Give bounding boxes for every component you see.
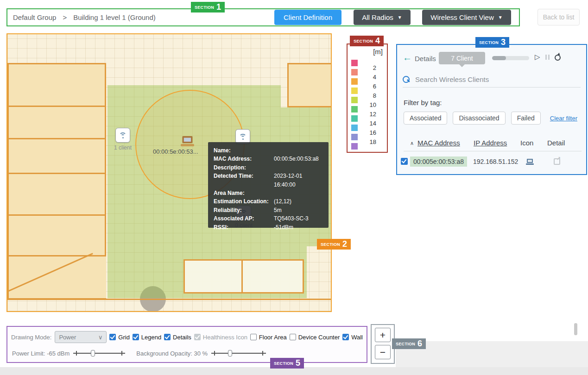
- device-counter-checkbox[interactable]: [290, 334, 296, 340]
- floor-area-checkbox[interactable]: [250, 334, 257, 340]
- checkbox-floor-area[interactable]: Floor Area: [250, 334, 287, 341]
- zoom-in-button[interactable]: +: [375, 328, 391, 342]
- legend-swatch: [351, 125, 358, 131]
- client-count-pointer: [459, 64, 465, 70]
- client-definition-button[interactable]: Client Definition: [274, 10, 341, 25]
- pause-icon[interactable]: [545, 55, 550, 60]
- breadcrumb: Default Group > Building 1 level 1 (Grou…: [13, 13, 156, 21]
- tooltip-label: Associated AP:: [214, 214, 274, 223]
- client-table-row[interactable]: 00:005e:00:53:a8 192.168.51.152 ↗: [400, 155, 582, 169]
- wall-label: Wall: [351, 334, 363, 341]
- wireless-client-view-label: Wireless Client View: [430, 13, 493, 21]
- wireless-client-icon[interactable]: [181, 136, 194, 146]
- details-label[interactable]: Details: [415, 55, 436, 62]
- checkbox-healthiness-icon: Healthiness Icon: [194, 334, 247, 341]
- checkbox-grid[interactable]: Grid: [109, 334, 130, 341]
- floor-room: [241, 259, 304, 294]
- power-limit-slider[interactable]: [73, 350, 125, 357]
- client-details-tooltip: Name: MAC Address:00:00:5e:00:53:a8 Desc…: [208, 142, 329, 228]
- checkbox-legend[interactable]: Legend: [133, 334, 161, 341]
- clear-filter-link[interactable]: Clear filter: [550, 115, 577, 122]
- checkbox-device-counter[interactable]: Device Counter: [290, 334, 340, 341]
- details-checkbox[interactable]: [164, 334, 171, 340]
- open-detail-icon[interactable]: ↗: [554, 158, 560, 165]
- column-mac-address[interactable]: MAC Address: [417, 139, 460, 147]
- sort-asc-icon[interactable]: ∧: [410, 140, 414, 146]
- wireless-clients-panel: ← Details 7 Client ▷ Filter by tag: Asso…: [396, 44, 587, 175]
- toolbar-options-row: Drawing Mode: Power ∨ Grid Legend Detail…: [11, 331, 363, 343]
- back-to-list-button[interactable]: Back to list: [537, 9, 580, 25]
- slider-thumb[interactable]: [228, 350, 232, 356]
- tooltip-label: Description:: [214, 163, 274, 172]
- legend-label: Legend: [141, 334, 161, 341]
- row-mac-address[interactable]: 00:005e:00:53:a8: [410, 156, 467, 167]
- grid-checkbox[interactable]: [109, 334, 116, 340]
- tooltip-value: -51dBm: [274, 223, 323, 231]
- filter-buttons: Associated Disassociated Failed Clear fi…: [404, 112, 577, 125]
- all-radios-label: All Radios: [362, 13, 393, 21]
- caret-down-icon: ▼: [498, 15, 503, 20]
- section-5-badge: SECTION5: [270, 358, 304, 369]
- slider-tick: [214, 351, 215, 356]
- panel-scrollbar[interactable]: [574, 323, 577, 335]
- tooltip-label: Estimation Location:: [214, 197, 274, 206]
- toolbar-sliders-row: Power Limit: -65 dBm Background Opacity:…: [12, 350, 270, 357]
- wall-checkbox[interactable]: [342, 334, 349, 340]
- legend-checkbox[interactable]: [133, 334, 139, 340]
- all-radios-dropdown[interactable]: All Radios ▼: [354, 10, 411, 25]
- map-options-toolbar: Drawing Mode: Power ∨ Grid Legend Detail…: [6, 326, 367, 363]
- legend-swatch: [351, 69, 358, 75]
- legend-swatch: [351, 115, 358, 122]
- legend-value: 14: [363, 120, 376, 127]
- column-ip-address[interactable]: IP Address: [474, 139, 507, 147]
- caret-down-icon: ▼: [398, 15, 402, 20]
- checkbox-details[interactable]: Details: [164, 334, 191, 341]
- legend-unit-label: [m]: [373, 48, 383, 56]
- wifi-icon: [239, 133, 247, 140]
- search-wireless-clients-input[interactable]: [415, 75, 581, 83]
- tooltip-label: Area Name:: [214, 189, 274, 197]
- access-point-icon[interactable]: [115, 128, 130, 143]
- legend-value: 6: [363, 83, 376, 90]
- floor-map[interactable]: 1 client 00:00:5e:00:53... 0 client Name…: [6, 33, 332, 312]
- filter-associated-button[interactable]: Associated: [404, 112, 447, 125]
- healthiness-icon-label: Healthiness Icon: [203, 334, 247, 341]
- floor-room: [7, 63, 106, 107]
- legend-value: 4: [363, 74, 376, 81]
- section-4-badge: SECTION4: [350, 36, 384, 46]
- filter-disassociated-button[interactable]: Disassociated: [453, 112, 505, 125]
- filter-failed-button[interactable]: Failed: [511, 112, 541, 125]
- distance-legend: [m] 2 4 6 8 10 12 14 16 18: [347, 44, 388, 153]
- drawing-mode-select[interactable]: Power ∨: [55, 331, 107, 343]
- breadcrumb-group[interactable]: Default Group: [13, 13, 56, 21]
- drawing-mode-group: Drawing Mode: Power ∨: [11, 331, 107, 343]
- row-checkbox[interactable]: [401, 158, 408, 165]
- section-6-badge: SECTION6: [392, 338, 426, 349]
- power-limit-label: Power Limit: -65 dBm: [12, 350, 70, 357]
- play-icon[interactable]: ▷: [535, 53, 540, 61]
- zoom-out-button[interactable]: −: [375, 345, 391, 359]
- open-new-arrow: ↗: [556, 156, 561, 162]
- tooltip-value: 5m: [274, 206, 323, 214]
- legend-value: 8: [363, 92, 376, 99]
- legend-value: 10: [363, 101, 376, 108]
- refresh-icon[interactable]: [555, 55, 561, 61]
- back-arrow-icon[interactable]: ←: [403, 53, 412, 62]
- client-table-header: ∧ MAC Address IP Address Icon Detail: [404, 137, 582, 151]
- section-1-badge: SECTION1: [191, 2, 225, 12]
- client-count-button[interactable]: 7 Client: [439, 52, 485, 64]
- tooltip-label: Name:: [214, 146, 274, 155]
- details-label: Details: [173, 334, 191, 341]
- floor-room: [7, 173, 106, 216]
- ap-client-count-label: 1 client: [108, 144, 138, 151]
- tooltip-value: [274, 163, 323, 172]
- checkbox-wall[interactable]: Wall: [342, 334, 363, 341]
- section-2-badge: SECTION2: [317, 239, 351, 250]
- column-icon: Icon: [520, 139, 533, 147]
- floor-room: [7, 138, 106, 174]
- slider-tick: [76, 351, 77, 356]
- row-ip-address: 192.168.51.152: [473, 158, 518, 165]
- wireless-client-view-dropdown[interactable]: Wireless Client View ▼: [422, 10, 511, 25]
- background-opacity-slider[interactable]: [211, 350, 266, 357]
- slider-thumb[interactable]: [91, 350, 95, 356]
